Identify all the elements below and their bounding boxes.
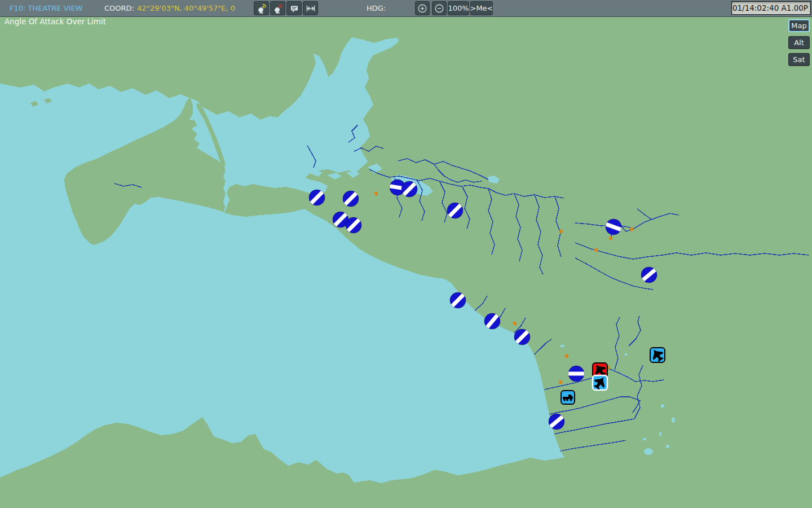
- layer-button-sat[interactable]: Sat: [788, 53, 810, 66]
- zoom-level-button[interactable]: 100%: [448, 1, 469, 15]
- airfield-icon[interactable]: [484, 313, 500, 329]
- airfield-icon[interactable]: [343, 191, 359, 207]
- chat-button[interactable]: [286, 1, 302, 15]
- zoom-out-icon: [434, 3, 445, 14]
- ruler-button[interactable]: [303, 1, 318, 15]
- zoom-in-button[interactable]: [415, 1, 430, 15]
- lake: [643, 438, 646, 441]
- top-bar: F10: THEATRE VIEW COORD: 42°29'03"N, 40°…: [0, 0, 812, 17]
- coord-label: COORD:: [104, 0, 134, 16]
- lake: [672, 417, 675, 423]
- airfield-icon[interactable]: [514, 329, 530, 345]
- coord-value: 42°29'03"N, 40°49'57"E, 0: [137, 0, 235, 16]
- chat-icon: [289, 3, 300, 14]
- friendly-aircraft-icon[interactable]: [649, 347, 666, 364]
- satellite-dish-red-icon: [272, 3, 284, 14]
- zoom-out-button[interactable]: [432, 1, 447, 15]
- airfield-icon[interactable]: [450, 292, 466, 308]
- mission-clock: 01/14:02:40 A1.00P: [731, 1, 811, 15]
- lake: [625, 353, 628, 356]
- lake: [666, 445, 669, 449]
- zoom-in-icon: [417, 3, 428, 14]
- airfield-icon[interactable]: [346, 217, 361, 233]
- theatre-map[interactable]: [0, 0, 812, 508]
- lake: [644, 448, 653, 455]
- radar-signal-off-button[interactable]: [270, 1, 285, 15]
- ruler-icon: [305, 3, 316, 14]
- layer-button-alt[interactable]: Alt: [788, 36, 810, 49]
- friendly-aircraft-icon[interactable]: [592, 374, 608, 391]
- satellite-dish-yellow-icon: [256, 3, 267, 14]
- lake: [523, 359, 526, 362]
- friendly-ground-unit-icon[interactable]: [561, 391, 575, 404]
- lake: [659, 432, 662, 436]
- airfield-icon[interactable]: [447, 203, 463, 218]
- airfield-icon[interactable]: [568, 366, 585, 382]
- notification-message: Angle Of Attack Over Limit: [5, 17, 106, 26]
- center-on-me-button[interactable]: >Me<: [470, 1, 493, 15]
- lake: [661, 404, 665, 408]
- layer-button-map[interactable]: Map: [788, 19, 810, 32]
- airfield-icon[interactable]: [641, 267, 657, 283]
- airfield-icon[interactable]: [549, 414, 564, 430]
- airfield-icon[interactable]: [309, 190, 325, 205]
- radar-signal-on-button[interactable]: [254, 1, 269, 15]
- airfield-icon[interactable]: [401, 181, 417, 197]
- view-title: F10: THEATRE VIEW: [10, 0, 82, 16]
- lake: [560, 345, 564, 348]
- hdg-label: HDG:: [367, 0, 386, 16]
